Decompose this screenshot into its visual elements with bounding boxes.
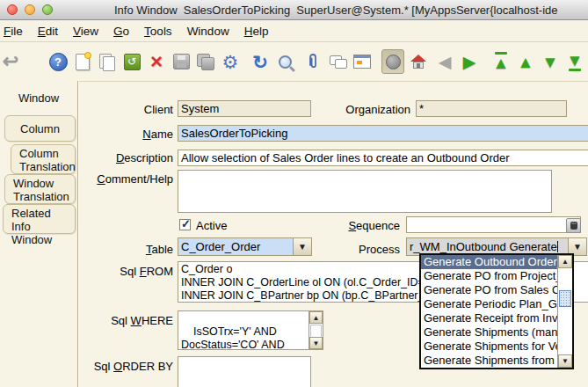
organization-label: Organization bbox=[323, 103, 410, 116]
previous-record-icon[interactable]: ▲ bbox=[515, 50, 536, 73]
delete-record-icon[interactable]: ↺ bbox=[121, 50, 142, 73]
name-label: Name bbox=[85, 128, 173, 141]
parent-record-icon[interactable] bbox=[381, 49, 404, 74]
window-title: Info Window SalesOrderToPicking SuperUse… bbox=[114, 4, 558, 17]
first-record-icon[interactable]: ▲ bbox=[490, 50, 512, 73]
table-combo-arrow-icon[interactable]: ▼ bbox=[293, 238, 311, 255]
content-divider bbox=[77, 81, 588, 82]
process-dropdown-list: Generate Outbound Order_W Generate PO fr… bbox=[419, 253, 574, 369]
comment-field[interactable] bbox=[178, 170, 552, 213]
attachment-icon[interactable] bbox=[302, 50, 323, 73]
preferences-icon[interactable]: ⚙ bbox=[220, 50, 241, 73]
forward-icon[interactable]: ▶ bbox=[459, 50, 480, 73]
copy-record-icon[interactable] bbox=[97, 50, 118, 73]
table-label: Table bbox=[85, 243, 173, 256]
sequence-editor-button[interactable] bbox=[566, 218, 581, 233]
table-combo-value: C_Order_Order bbox=[178, 238, 293, 255]
dropdown-option[interactable]: Generate Shipments from O bbox=[421, 354, 557, 368]
scroll-up-icon[interactable]: ▲ bbox=[558, 255, 572, 268]
tab-strip-divider-highlight bbox=[78, 81, 79, 387]
zoom-button[interactable] bbox=[42, 4, 53, 15]
menu-edit[interactable]: Edit bbox=[38, 25, 58, 38]
tab-column-translation[interactable]: Column Translation bbox=[11, 144, 76, 174]
last-record-icon[interactable]: ▼ bbox=[564, 50, 585, 73]
sequence-label: Sequence bbox=[312, 219, 400, 232]
sequence-field[interactable] bbox=[406, 216, 581, 233]
home-icon[interactable] bbox=[408, 50, 429, 73]
dropdown-option[interactable]: Generate Receipt from Invoi bbox=[421, 311, 557, 325]
toolbar: ↩ ? ↺ × ⚙ ↻ ◀ ▶ ▲ ▲ ▼ ▼ bbox=[0, 42, 588, 81]
tab-related-info-window[interactable]: Related Info Window bbox=[3, 204, 76, 234]
close-button[interactable] bbox=[7, 4, 18, 15]
client-label: Client bbox=[85, 103, 173, 116]
title-bar: Info Window SalesOrderToPicking SuperUse… bbox=[0, 0, 588, 20]
grid-toggle-icon[interactable] bbox=[352, 50, 373, 73]
scroll-up-icon[interactable]: ▲ bbox=[309, 311, 323, 324]
menu-go[interactable]: Go bbox=[113, 25, 129, 38]
comment-label: Comment/Help bbox=[76, 172, 173, 186]
menu-tools[interactable]: Tools bbox=[144, 25, 172, 38]
tab-window[interactable]: Window bbox=[0, 84, 77, 111]
menu-help[interactable]: Help bbox=[244, 25, 269, 38]
refresh-icon[interactable]: ↻ bbox=[250, 50, 271, 73]
process-label: Process bbox=[312, 243, 400, 256]
dropdown-option[interactable]: Generate PO from Sales Ord bbox=[421, 283, 557, 297]
help-icon[interactable]: ? bbox=[47, 50, 69, 73]
undo-icon[interactable]: ↩ bbox=[0, 50, 21, 73]
scroll-down-icon[interactable]: ▼ bbox=[309, 337, 323, 349]
sql-where-scrollbar[interactable]: ▲ ▼ bbox=[309, 311, 323, 349]
delete-selection-icon[interactable]: × bbox=[146, 50, 167, 73]
sql-where-field[interactable]: IsSOTrx='Y' AND DocStatus='CO' AND NOT E… bbox=[178, 310, 323, 350]
table-combo[interactable]: C_Order_Order ▼ bbox=[178, 237, 312, 256]
dropdown-option[interactable]: Generate Outbound Order_W bbox=[421, 255, 557, 269]
scroll-down-icon[interactable]: ▼ bbox=[558, 354, 572, 368]
dropdown-scrollbar[interactable]: ▲ ▼ bbox=[557, 255, 572, 368]
menu-bar: File Edit View Go Tools Window Help bbox=[0, 20, 588, 42]
new-record-icon[interactable] bbox=[72, 50, 93, 73]
name-field[interactable]: SalesOrderToPicking bbox=[178, 125, 588, 142]
description-label: Description bbox=[85, 151, 173, 164]
find-icon[interactable] bbox=[274, 50, 295, 73]
menu-file[interactable]: File bbox=[4, 25, 23, 38]
active-label: Active bbox=[196, 219, 227, 232]
description-field[interactable]: Allow selection of Sales Order lines to … bbox=[178, 150, 588, 166]
save-create-icon[interactable] bbox=[195, 50, 216, 73]
tab-column[interactable]: Column bbox=[4, 115, 76, 142]
sql-from-label: Sql FROM bbox=[85, 265, 173, 278]
save-icon[interactable] bbox=[171, 50, 192, 73]
sql-order-by-label: Sql ORDER BY bbox=[76, 360, 173, 373]
tab-window-translation[interactable]: Window Translation bbox=[4, 174, 76, 204]
minimize-button[interactable] bbox=[25, 4, 35, 15]
dropdown-option[interactable]: Generate PO from Project_C bbox=[421, 269, 557, 283]
active-checkbox[interactable] bbox=[179, 219, 191, 230]
menu-view[interactable]: View bbox=[73, 25, 98, 38]
sql-order-by-field[interactable] bbox=[178, 356, 311, 387]
chat-icon[interactable] bbox=[327, 50, 348, 73]
menu-window[interactable]: Window bbox=[187, 25, 229, 38]
dropdown-option[interactable]: Generate Shipments (manua bbox=[421, 325, 557, 340]
dropdown-option[interactable]: Generate Periodic Plan_Gen bbox=[421, 297, 557, 311]
next-record-icon[interactable]: ▼ bbox=[540, 50, 561, 73]
dropdown-option[interactable]: Generate Shipments for Ven bbox=[421, 340, 557, 354]
organization-field[interactable]: * bbox=[416, 100, 567, 117]
scrollbar-thumb[interactable] bbox=[559, 290, 571, 307]
app-window: Info Window SalesOrderToPicking SuperUse… bbox=[0, 0, 588, 387]
back-icon[interactable]: ◀ bbox=[434, 50, 455, 73]
sql-where-label: Sql WHERE bbox=[85, 314, 173, 327]
text-caret bbox=[557, 241, 558, 252]
client-field[interactable]: System bbox=[178, 100, 311, 117]
